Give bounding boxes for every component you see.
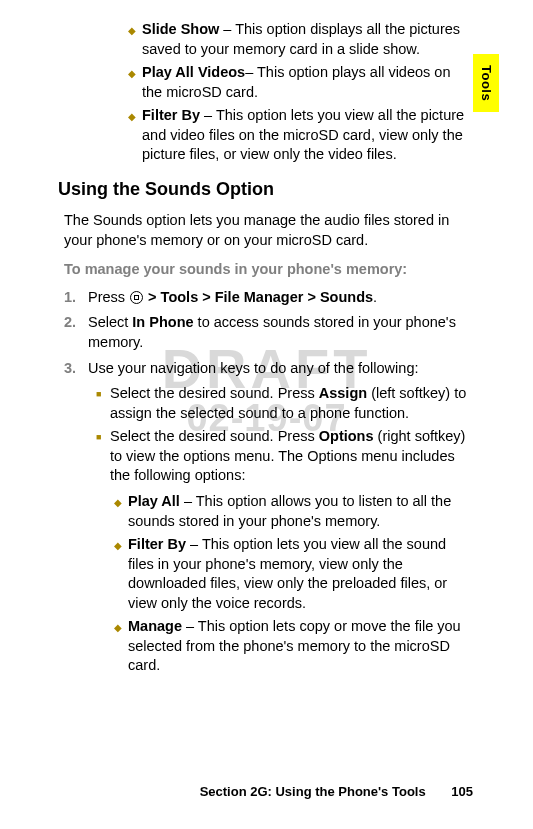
list-item: 2. Select In Phone to access sounds stor… <box>64 313 473 352</box>
list-item-text: Filter By – This option lets you view al… <box>142 106 473 165</box>
list-item-text: Play All Videos– This option plays all v… <box>142 63 473 102</box>
nav-key-icon <box>130 291 143 304</box>
menu-path: > Tools > File Manager > Sounds <box>144 289 373 305</box>
step-body: Press > Tools > File Manager > Sounds. <box>88 288 473 308</box>
footer-section: Section 2G: Using the Phone's Tools <box>200 784 426 799</box>
section-heading: Using the Sounds Option <box>58 177 473 201</box>
sub-bullet-list: ■ Select the desired sound. Press Assign… <box>96 384 473 680</box>
sep: – <box>200 107 216 123</box>
side-tab-label: Tools <box>477 65 495 101</box>
sep: – <box>186 536 202 552</box>
list-item: ◆ Slide Show – This option displays all … <box>128 20 473 59</box>
diamond-icon: ◆ <box>114 492 128 531</box>
term: Manage <box>128 618 182 634</box>
sep: – <box>219 21 235 37</box>
sep: – <box>180 493 196 509</box>
term: Assign <box>319 385 367 401</box>
list-item: ◆ Play All – This option allows you to l… <box>114 492 473 531</box>
step-number: 3. <box>64 359 88 684</box>
sub-heading: To manage your sounds in your phone's me… <box>64 260 473 280</box>
list-item: ◆ Manage – This option lets copy or move… <box>114 617 473 676</box>
term: Filter By <box>128 536 186 552</box>
text: Select the desired sound. Press <box>110 428 319 444</box>
term: Play All Videos <box>142 64 245 80</box>
text: Use your navigation keys to do any of th… <box>88 360 418 376</box>
diamond-icon: ◆ <box>114 617 128 676</box>
list-item: ◆ Filter By – This option lets you view … <box>114 535 473 613</box>
page-footer: Section 2G: Using the Phone's Tools 105 <box>200 783 473 801</box>
list-item: ■ Select the desired sound. Press Option… <box>96 427 473 680</box>
side-tab-tools: Tools <box>473 54 499 112</box>
sep: – <box>245 64 257 80</box>
text: Press <box>88 289 129 305</box>
inner-bullet-list: ◆ Play All – This option allows you to l… <box>114 492 473 676</box>
square-icon: ■ <box>96 427 110 680</box>
list-item-text: Select the desired sound. Press Assign (… <box>110 384 473 423</box>
diamond-icon: ◆ <box>128 106 142 165</box>
step-body: Use your navigation keys to do any of th… <box>88 359 473 684</box>
page-content: ◆ Slide Show – This option displays all … <box>70 20 473 684</box>
step-number: 1. <box>64 288 88 308</box>
diamond-icon: ◆ <box>128 20 142 59</box>
term: Slide Show <box>142 21 219 37</box>
sep: – <box>182 618 198 634</box>
diamond-icon: ◆ <box>114 535 128 613</box>
diamond-icon: ◆ <box>128 63 142 102</box>
list-item: 3. Use your navigation keys to do any of… <box>64 359 473 684</box>
list-item: ◆ Filter By – This option lets you view … <box>128 106 473 165</box>
text: Select <box>88 314 132 330</box>
term: Play All <box>128 493 180 509</box>
list-item: 1. Press > Tools > File Manager > Sounds… <box>64 288 473 308</box>
step-body: Select In Phone to access sounds stored … <box>88 313 473 352</box>
term: In Phone <box>132 314 193 330</box>
list-item-text: Manage – This option lets copy or move t… <box>128 617 473 676</box>
list-item: ■ Select the desired sound. Press Assign… <box>96 384 473 423</box>
top-bullet-list: ◆ Slide Show – This option displays all … <box>128 20 473 165</box>
list-item: ◆ Play All Videos– This option plays all… <box>128 63 473 102</box>
step-number: 2. <box>64 313 88 352</box>
intro-paragraph: The Sounds option lets you manage the au… <box>64 211 473 250</box>
square-icon: ■ <box>96 384 110 423</box>
list-item-text: Select the desired sound. Press Options … <box>110 427 473 680</box>
list-item-text: Slide Show – This option displays all th… <box>142 20 473 59</box>
list-item-text: Play All – This option allows you to lis… <box>128 492 473 531</box>
text: Select the desired sound. Press <box>110 385 319 401</box>
numbered-list: 1. Press > Tools > File Manager > Sounds… <box>64 288 473 684</box>
term: Options <box>319 428 374 444</box>
page-number: 105 <box>451 784 473 799</box>
list-item-text: Filter By – This option lets you view al… <box>128 535 473 613</box>
tail: . <box>373 289 377 305</box>
term: Filter By <box>142 107 200 123</box>
